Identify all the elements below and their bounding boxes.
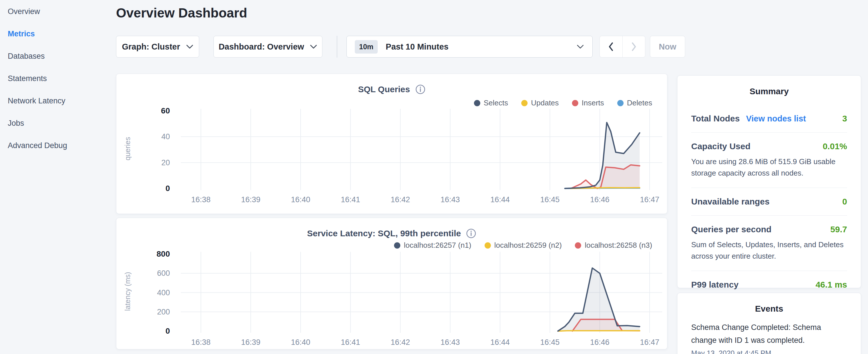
graph-dropdown[interactable]: Graph: Cluster xyxy=(116,36,199,58)
events-panel: Events Schema Change Completed: Schema c… xyxy=(677,293,861,354)
queries-per-second-label: Queries per second xyxy=(691,225,771,234)
toolbar-divider xyxy=(337,36,337,58)
total-nodes-label: Total Nodes xyxy=(691,114,740,123)
p99-latency-label: P99 latency xyxy=(691,280,739,290)
sidebar-item-jobs[interactable]: Jobs xyxy=(8,119,105,128)
p99-latency-value: 46.1 ms xyxy=(815,280,847,290)
total-nodes-value: 3 xyxy=(842,114,847,123)
sidebar-item-statements[interactable]: Statements xyxy=(8,74,105,83)
svg-text:16:43: 16:43 xyxy=(440,338,460,347)
svg-text:0: 0 xyxy=(165,184,170,193)
chevron-right-icon xyxy=(631,42,637,51)
page-title: Overview Dashboard xyxy=(116,5,247,21)
svg-text:16:41: 16:41 xyxy=(341,195,360,204)
svg-text:16:40: 16:40 xyxy=(291,195,310,204)
unavailable-ranges-label: Unavailable ranges xyxy=(691,197,769,206)
unavailable-ranges-value: 0 xyxy=(842,197,847,206)
capacity-used-value: 0.01% xyxy=(823,141,847,151)
chart-card-sql-queries: SQL Queries Selects Updates Inserts Dele… xyxy=(116,74,668,214)
event-item[interactable]: Schema Change Completed: Schema change w… xyxy=(677,314,861,354)
time-range-label: Past 10 Minutes xyxy=(386,42,448,52)
capacity-used-label: Capacity Used xyxy=(691,141,750,151)
svg-text:16:38: 16:38 xyxy=(191,338,211,347)
svg-text:queries: queries xyxy=(124,137,131,160)
svg-text:16:40: 16:40 xyxy=(291,338,310,347)
svg-text:16:47: 16:47 xyxy=(640,338,659,347)
graph-dropdown-label: Graph: Cluster xyxy=(122,42,180,52)
chevron-left-icon xyxy=(608,42,614,51)
chart-card-service-latency: Service Latency: SQL, 99th percentile lo… xyxy=(116,218,668,349)
chevron-down-icon xyxy=(186,44,193,49)
sidebar-item-network-latency[interactable]: Network Latency xyxy=(8,96,105,105)
svg-text:16:44: 16:44 xyxy=(490,338,510,347)
events-title: Events xyxy=(677,293,861,314)
svg-text:16:39: 16:39 xyxy=(241,338,260,347)
svg-text:400: 400 xyxy=(157,288,170,297)
time-range-pager xyxy=(599,36,645,58)
sql-queries-chart[interactable]: 16:3816:3916:4016:4116:4216:4316:4416:45… xyxy=(116,74,667,214)
svg-text:latency (ms): latency (ms) xyxy=(124,272,131,311)
svg-text:16:47: 16:47 xyxy=(640,195,659,204)
chevron-down-icon xyxy=(310,44,317,49)
summary-row-queries-per-second: Queries per second 59.7 Sum of Selects, … xyxy=(691,216,847,271)
event-text: Schema Change Completed: Schema change w… xyxy=(691,321,847,347)
svg-text:20: 20 xyxy=(161,158,170,167)
sidebar-item-databases[interactable]: Databases xyxy=(8,52,105,61)
svg-text:16:39: 16:39 xyxy=(241,195,260,204)
summary-row-total-nodes: Total Nodes View nodes list 3 xyxy=(691,105,847,133)
sidebar-item-overview[interactable]: Overview xyxy=(8,7,105,16)
svg-text:16:45: 16:45 xyxy=(540,338,560,347)
svg-text:16:42: 16:42 xyxy=(391,338,410,347)
metrics-page: Overview Metrics Databases Statements Ne… xyxy=(0,0,868,354)
event-timestamp: May 13, 2020 at 4:45 PM xyxy=(691,349,847,354)
next-range-button[interactable] xyxy=(622,36,645,57)
summary-panel: Summary Total Nodes View nodes list 3 Ca… xyxy=(677,75,861,288)
time-range-badge: 10m xyxy=(355,40,378,54)
svg-text:16:42: 16:42 xyxy=(391,195,410,204)
svg-text:40: 40 xyxy=(161,132,170,141)
capacity-used-description: You are using 28.6 MiB of 515.9 GiB usab… xyxy=(691,156,847,179)
svg-text:16:38: 16:38 xyxy=(191,195,211,204)
service-latency-chart[interactable]: 16:3816:3916:4016:4116:4216:4316:4416:45… xyxy=(116,218,667,349)
dashboard-dropdown[interactable]: Dashboard: Overview xyxy=(214,36,322,58)
summary-row-unavailable-ranges: Unavailable ranges 0 xyxy=(691,188,847,216)
view-nodes-link[interactable]: View nodes list xyxy=(746,114,806,123)
svg-text:16:46: 16:46 xyxy=(590,195,610,204)
summary-title: Summary xyxy=(677,75,861,96)
svg-text:16:43: 16:43 xyxy=(440,195,460,204)
svg-text:16:45: 16:45 xyxy=(540,195,560,204)
sidebar-item-metrics[interactable]: Metrics xyxy=(8,29,105,38)
queries-per-second-description: Sum of Selects, Updates, Inserts, and De… xyxy=(691,239,847,262)
svg-text:200: 200 xyxy=(157,308,170,316)
svg-text:60: 60 xyxy=(161,106,170,115)
queries-per-second-value: 59.7 xyxy=(831,225,847,234)
chevron-down-icon xyxy=(576,44,584,49)
now-button[interactable]: Now xyxy=(650,36,685,58)
svg-text:0: 0 xyxy=(165,326,170,335)
svg-text:16:41: 16:41 xyxy=(341,338,360,347)
sidebar: Overview Metrics Databases Statements Ne… xyxy=(8,7,105,150)
svg-text:800: 800 xyxy=(156,250,170,258)
prev-range-button[interactable] xyxy=(600,36,622,57)
dashboard-dropdown-label: Dashboard: Overview xyxy=(219,42,304,52)
svg-text:16:44: 16:44 xyxy=(490,195,510,204)
svg-text:16:46: 16:46 xyxy=(590,338,610,347)
summary-row-capacity-used: Capacity Used 0.01% You are using 28.6 M… xyxy=(691,133,847,188)
sidebar-item-advanced-debug[interactable]: Advanced Debug xyxy=(8,141,105,150)
svg-text:600: 600 xyxy=(157,269,170,278)
time-range-selector[interactable]: 10m Past 10 Minutes xyxy=(346,36,593,58)
